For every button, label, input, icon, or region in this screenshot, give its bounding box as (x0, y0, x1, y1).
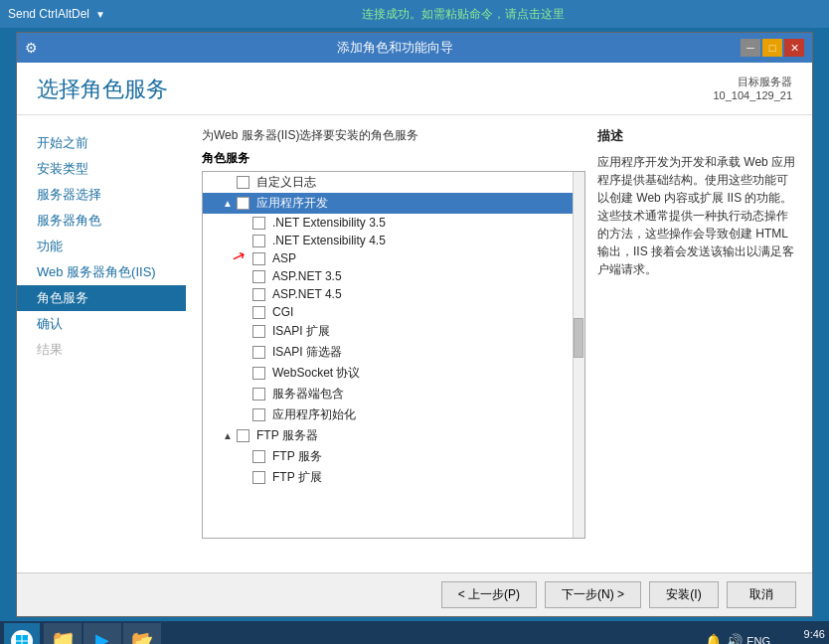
tree-item-net45[interactable]: .NET Extensibility 4.5 (203, 232, 584, 249)
minimize-button[interactable]: ─ (741, 39, 760, 57)
tree-text-isapi-filter: ISAPI 筛选器 (272, 344, 342, 361)
window-title: 添加角色和功能向导 (49, 39, 741, 57)
expand-icon-net45 (239, 236, 252, 246)
taskbar-app-explorer[interactable]: 📁 (44, 623, 82, 644)
tree-container[interactable]: 自定义日志 ▲ 应用程序开发 (202, 171, 585, 539)
start-icon (11, 630, 33, 644)
checkbox-ftp-service[interactable] (252, 450, 265, 463)
expand-icon-isapi-ext (239, 326, 252, 337)
tree-text-asp: ASP (272, 251, 296, 265)
tree-text-appinit: 应用程序初始化 (272, 406, 356, 423)
volume-icon: 🔊 (726, 633, 743, 644)
tree-item-websocket[interactable]: WebSocket 协议 (203, 363, 584, 384)
nav-item-role-service[interactable]: 角色服务 (17, 285, 186, 311)
checkbox-cgi[interactable] (252, 306, 265, 319)
expand-icon-aspnet45 (239, 289, 252, 300)
terminal-icon: ▶ (95, 629, 109, 644)
scrollbar-thumb[interactable] (574, 318, 583, 358)
tree-text-ssi: 服务器端包含 (272, 386, 344, 402)
expand-icon-aspnet35 (239, 271, 252, 282)
next-button[interactable]: 下一步(N) > (545, 581, 641, 608)
nav-item-install-type[interactable]: 安装类型 (37, 156, 186, 182)
left-nav: 开始之前 安装类型 服务器选择 服务器角色 功能 Web 服务器角色(IIS) … (17, 115, 186, 572)
tree-text-aspnet45: ASP.NET 4.5 (272, 287, 342, 301)
checkbox-ssi[interactable] (252, 388, 265, 401)
tree-item-ftp-service[interactable]: FTP 服务 (203, 446, 584, 467)
taskbar-left: 📁 ▶ 📂 (4, 623, 161, 644)
checkbox-asp[interactable] (252, 252, 265, 265)
prev-button[interactable]: < 上一步(P) (441, 581, 537, 608)
window-icon: ⚙ (25, 40, 49, 56)
nav-item-start[interactable]: 开始之前 (37, 130, 186, 156)
checkbox-aspnet45[interactable] (252, 288, 265, 301)
bottom-button-area: < 上一步(P) 下一步(N) > 安装(I) 取消 (17, 572, 812, 616)
checkbox-custom-log[interactable] (237, 176, 249, 189)
checkbox-aspnet35[interactable] (252, 270, 265, 283)
window-titlebar: ⚙ 添加角色和功能向导 ─ □ ✕ (17, 33, 812, 63)
files-icon: 📂 (131, 629, 153, 644)
nav-item-web-server[interactable]: Web 服务器角色(IIS) (37, 259, 186, 285)
checkbox-appinit[interactable] (252, 408, 265, 421)
nav-item-feature[interactable]: 功能 (37, 234, 186, 259)
tree-item-custom-log[interactable]: 自定义日志 (203, 172, 584, 193)
expand-icon-ftp-ext (239, 472, 252, 483)
main-content: 开始之前 安装类型 服务器选择 服务器角色 功能 Web 服务器角色(IIS) … (17, 115, 812, 572)
expand-icon-ftp-server: ▲ (223, 430, 237, 441)
tree-item-isapi-filter[interactable]: ISAPI 筛选器 (203, 342, 584, 363)
window: ⚙ 添加角色和功能向导 ─ □ ✕ 选择角色服务 目标服务器 10_104_12… (8, 32, 821, 617)
windows-logo-icon (15, 634, 29, 644)
restore-button[interactable]: □ (762, 39, 782, 57)
tree-text-isapi-ext: ISAPI 扩展 (272, 323, 330, 340)
taskbar-app-files[interactable]: 📂 (123, 623, 161, 644)
tree-item-isapi-ext[interactable]: ISAPI 扩展 (203, 321, 584, 342)
tree-item-cgi[interactable]: CGI (203, 303, 584, 321)
tree-text-ftp-server: FTP 服务器 (256, 427, 318, 444)
checkbox-app-dev[interactable] (237, 197, 249, 210)
checkbox-isapi-filter[interactable] (252, 346, 265, 359)
nav-item-server-role[interactable]: 服务器角色 (37, 208, 186, 234)
tree-item-ftp-ext[interactable]: FTP 扩展 (203, 467, 584, 488)
tree-item-aspnet35[interactable]: ASP.NET 3.5 (203, 267, 584, 285)
tree-text-app-dev: 应用程序开发 (256, 195, 328, 212)
tree-item-appinit[interactable]: 应用程序初始化 (203, 404, 584, 425)
checkbox-ftp-ext[interactable] (252, 471, 265, 484)
close-button[interactable]: ✕ (784, 39, 804, 57)
checkbox-ftp-server[interactable] (237, 429, 249, 442)
tree-text-net45: .NET Extensibility 4.5 (272, 234, 386, 247)
expand-icon-isapi-filter (239, 347, 252, 358)
tree-text-websocket: WebSocket 协议 (272, 365, 360, 382)
checkbox-net35[interactable] (252, 217, 265, 230)
tree-item-app-dev[interactable]: ▲ 应用程序开发 (203, 193, 584, 214)
notification-bar[interactable]: 连接成功。如需粘贴命令，请点击这里 (105, 6, 821, 23)
nav-item-server-select[interactable]: 服务器选择 (37, 182, 186, 208)
taskbar-app-cmd[interactable]: ▶ (83, 623, 121, 644)
tree-text-cgi: CGI (272, 305, 293, 319)
scrollbar-track[interactable] (573, 172, 584, 538)
send-ctrl-alt-del-area[interactable]: Send CtrlAltDel ▼ (8, 7, 105, 21)
time-display: 9:46 (776, 627, 825, 641)
tree-item-ftp-server[interactable]: ▲ FTP 服务器 (203, 425, 584, 446)
expand-icon-ssi (239, 389, 252, 400)
cancel-button[interactable]: 取消 (727, 581, 796, 608)
checkbox-websocket[interactable] (252, 367, 265, 380)
tree-text-custom-log: 自定义日志 (256, 174, 316, 191)
clock: 9:46 2017/3/25 (776, 627, 825, 644)
tree-item-ssi[interactable]: 服务器端包含 (203, 384, 584, 404)
install-button[interactable]: 安装(I) (649, 581, 719, 608)
checkbox-net45[interactable] (252, 235, 265, 247)
tree-item-aspnet45[interactable]: ASP.NET 4.5 (203, 285, 584, 303)
start-button[interactable] (4, 623, 40, 644)
tree-item-asp[interactable]: ASP ↙ (203, 249, 584, 267)
description-title: 描述 (597, 127, 796, 145)
right-content: 为Web 服务器(IIS)选择要安装的角色服务 角色服务 自定义日志 (186, 115, 812, 572)
nav-item-confirm[interactable]: 确认 (37, 311, 186, 337)
expand-icon-ftp-service (239, 451, 252, 462)
systray: 🔔 🔊 ENG (705, 633, 770, 644)
expand-icon-cgi (239, 307, 252, 318)
checkbox-isapi-ext[interactable] (252, 325, 265, 338)
tree-item-net35[interactable]: .NET Extensibility 3.5 (203, 214, 584, 232)
send-ctrl-alt-del-label: Send CtrlAltDel (8, 7, 89, 21)
lang-label: ENG (746, 635, 770, 644)
network-icon: 🔔 (705, 633, 722, 644)
tree-text-net35: .NET Extensibility 3.5 (272, 216, 386, 230)
